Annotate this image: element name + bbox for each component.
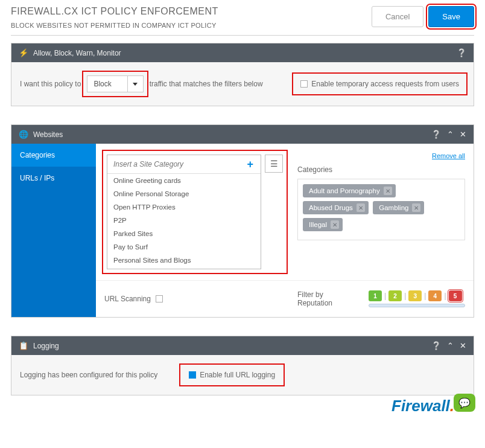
websites-panel: 🌐 Websites ❔ ⌃ ✕ Categories URLs / IPs [11, 124, 474, 318]
logging-panel: 📋 Logging ❔ ⌃ ✕ Logging has been configu… [11, 336, 474, 395]
save-button[interactable]: Save [428, 6, 474, 27]
list-item[interactable]: Philosophy and Political Advocacy [107, 267, 261, 269]
category-list[interactable]: Online Greeting cards Online Personal St… [107, 174, 261, 269]
full-url-logging-label: Enable full URL logging [200, 371, 275, 379]
close-icon[interactable]: ✕ [460, 341, 466, 350]
panel-title: Logging [33, 342, 59, 350]
rep-2[interactable]: 2 [388, 290, 402, 301]
remove-tag-icon[interactable]: ✕ [357, 203, 365, 212]
list-item[interactable]: Online Greeting cards [107, 174, 261, 187]
policy-text-pre: I want this policy to [20, 80, 81, 88]
tab-categories[interactable]: Categories [11, 144, 96, 167]
rep-1[interactable]: 1 [369, 290, 382, 301]
help-icon[interactable]: ❔ [431, 130, 441, 139]
url-scanning-checkbox[interactable] [156, 295, 163, 302]
filter-reputation-label: Filter by Reputation [297, 290, 357, 307]
panel-title: Websites [33, 130, 63, 139]
list-item[interactable]: Open HTTP Proxies [107, 200, 261, 214]
remove-tag-icon[interactable]: ✕ [331, 220, 339, 229]
tag: Adult and Pornography✕ [303, 184, 396, 197]
logging-status-text: Logging has been configured for this pol… [20, 371, 157, 379]
clipboard-icon: 📋 [19, 341, 28, 350]
category-search-input[interactable] [111, 158, 243, 171]
page-title: FIREWALL.CX ICT POLICY ENFORCEMENT [11, 6, 372, 17]
chevron-down-icon [127, 76, 143, 92]
brand-logo: Firewall.cx [11, 397, 474, 415]
full-url-logging-checkbox[interactable] [189, 371, 196, 379]
globe-icon: 🌐 [19, 130, 28, 139]
panel-title: Allow, Block, Warn, Monitor [33, 49, 121, 57]
rep-4[interactable]: 4 [428, 290, 442, 301]
cancel-button[interactable]: Cancel [372, 6, 423, 27]
collapse-icon[interactable]: ⌃ [447, 130, 454, 139]
websites-sidebar: Categories URLs / IPs [11, 144, 96, 317]
selected-categories-box: Adult and Pornography✕ Abused Drugs✕ Gam… [297, 179, 465, 240]
remove-tag-icon[interactable]: ✕ [412, 203, 420, 212]
help-icon[interactable]: ❔ [431, 341, 441, 350]
reputation-slider[interactable] [369, 304, 465, 307]
rep-3[interactable]: 3 [408, 290, 422, 301]
collapse-icon[interactable]: ⌃ [447, 341, 454, 350]
policy-text-post: traffic that matches the filters below [150, 80, 263, 88]
remove-tag-icon[interactable]: ✕ [384, 187, 392, 195]
remove-all-link[interactable]: Remove all [432, 152, 465, 159]
divider [11, 35, 474, 36]
help-icon[interactable]: ❔ [457, 48, 466, 57]
list-item[interactable]: Pay to Surf [107, 240, 261, 254]
reputation-levels: 1| 2| 3| 4| 5 [369, 290, 465, 301]
list-item[interactable]: Parked Sites [107, 227, 261, 240]
tab-urls[interactable]: URLs / IPs [11, 167, 96, 190]
tag: Abused Drugs✕ [303, 201, 369, 214]
selected-categories-label: Categories [297, 165, 465, 174]
list-item[interactable]: P2P [107, 214, 261, 227]
sort-button[interactable]: ☰ [265, 155, 283, 173]
policy-action-panel: ⚡ Allow, Block, Warn, Monitor ❔ I want t… [11, 43, 474, 106]
policy-action-select[interactable]: Block [87, 75, 143, 92]
close-icon[interactable]: ✕ [460, 130, 466, 139]
tag: Illegal✕ [303, 218, 343, 231]
temp-access-label: Enable temporary access requests from us… [311, 80, 459, 88]
rep-5[interactable]: 5 [449, 290, 462, 301]
url-scanning-label: URL Scanning [104, 295, 151, 303]
bolt-icon: ⚡ [19, 48, 28, 57]
page-subtitle: BLOCK WEBSITES NOT PERMITTED IN COMPANY … [11, 22, 372, 29]
list-item[interactable]: Personal Sites and Blogs [107, 254, 261, 267]
chat-fab[interactable]: 💬 [454, 394, 475, 412]
tag: Gambling✕ [373, 201, 424, 214]
add-category-button[interactable]: + [243, 158, 257, 171]
list-item[interactable]: Online Personal Storage [107, 187, 261, 200]
temp-access-checkbox[interactable] [300, 80, 308, 88]
